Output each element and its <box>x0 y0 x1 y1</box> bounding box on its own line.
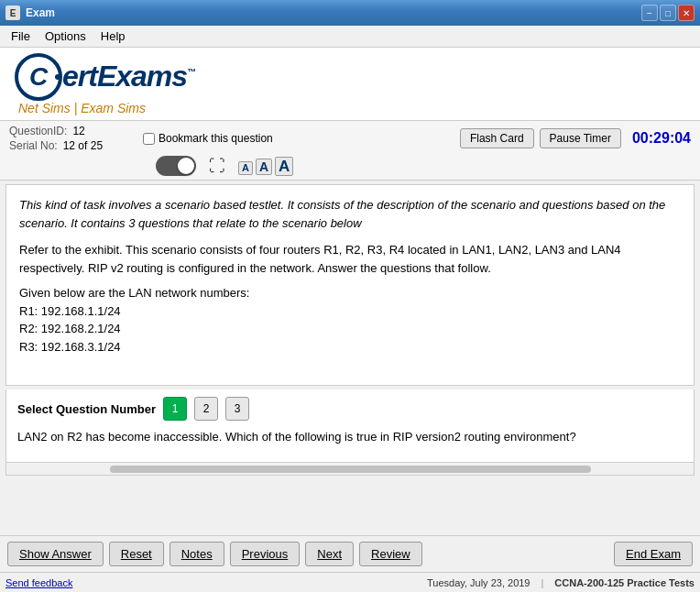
next-button[interactable]: Next <box>305 542 354 566</box>
select-question-label: Select Question Number <box>17 402 156 416</box>
logo-circle: C <box>15 53 62 101</box>
logo-container: C ertExams™ Net Sims | Exam Sims <box>15 53 195 115</box>
notes-button[interactable]: Notes <box>170 542 224 566</box>
r3-info: R3: 192.168.3.1/24 <box>19 338 681 356</box>
toggle-switch[interactable] <box>156 156 196 176</box>
menu-help[interactable]: Help <box>93 27 133 45</box>
logo-brand-name: ertExams™ <box>62 60 195 93</box>
exam-name: CCNA-200-125 Practice Tests <box>554 577 695 588</box>
logo-area: C ertExams™ Net Sims | Exam Sims <box>0 48 700 121</box>
menu-options[interactable]: Options <box>38 27 93 45</box>
select-question-header: Select Question Number 1 2 3 <box>17 397 683 421</box>
question-number-3[interactable]: 3 <box>225 397 249 421</box>
font-large-button[interactable]: A <box>275 157 293 176</box>
h-scroll-area[interactable] <box>5 463 695 476</box>
r2-info: R2: 192.168.2.1/24 <box>19 320 681 338</box>
logo-top: C ertExams™ <box>15 53 195 101</box>
flash-card-button[interactable]: Flash Card <box>460 128 534 148</box>
bookmark-checkbox[interactable] <box>143 133 155 145</box>
toolbar-row2: ⛶ A A A <box>156 156 691 176</box>
close-button[interactable]: ✕ <box>678 5 695 21</box>
serial-no-value: 12 of 25 <box>63 139 103 152</box>
toolbar-combined: QuestionID: 12 Serial No: 12 of 25 Bookm… <box>0 121 700 181</box>
menu-bar: File Options Help <box>0 26 700 48</box>
window-controls: − □ ✕ <box>641 5 695 21</box>
toolbar-row1: QuestionID: 12 Serial No: 12 of 25 Bookm… <box>9 125 691 152</box>
show-answer-button[interactable]: Show Answer <box>7 542 104 566</box>
h-scrollbar[interactable] <box>110 466 591 473</box>
send-feedback-link[interactable]: Send feedback <box>5 577 72 588</box>
review-button[interactable]: Review <box>359 542 422 566</box>
status-date: Tuesday, July 23, 2019 <box>427 577 530 588</box>
menu-file[interactable]: File <box>4 27 38 45</box>
question-id-value: 12 <box>72 125 84 137</box>
pause-timer-button[interactable]: Pause Timer <box>540 128 621 148</box>
serial-no-label: Serial No: <box>9 139 58 152</box>
question-id-row: QuestionID: 12 <box>9 125 128 137</box>
serial-no-row: Serial No: 12 of 25 <box>9 139 128 152</box>
timer-display: 00:29:04 <box>632 130 691 147</box>
fullscreen-icon[interactable]: ⛶ <box>209 157 225 176</box>
font-medium-button[interactable]: A <box>256 159 272 175</box>
end-exam-button[interactable]: End Exam <box>614 542 693 566</box>
window-title: Exam <box>26 6 636 19</box>
question-body: LAN2 on R2 has become inaccessible. Whic… <box>17 428 683 446</box>
question-text-1: Refer to the exhibit. This scenario cons… <box>19 241 681 277</box>
font-small-button[interactable]: A <box>238 161 253 175</box>
select-question-area: Select Question Number 1 2 3 LAN2 on R2 … <box>5 389 695 463</box>
previous-button[interactable]: Previous <box>230 542 301 566</box>
logo-subtitle: Net Sims | Exam Sims <box>18 101 195 115</box>
network-info: Given below are the LAN network numbers:… <box>19 284 681 356</box>
content-area: This kind of task involves a scenario ba… <box>5 184 695 386</box>
network-info-header: Given below are the LAN network numbers: <box>19 284 681 302</box>
font-size-controls: A A A <box>238 157 293 176</box>
bookmark-label: Bookmark this question <box>159 132 273 145</box>
title-bar: E Exam − □ ✕ <box>0 0 700 26</box>
reset-button[interactable]: Reset <box>109 542 164 566</box>
r1-info: R1: 192.168.1.1/24 <box>19 302 681 321</box>
scenario-text: This kind of task involves a scenario ba… <box>19 196 681 232</box>
bookmark-area: Bookmark this question <box>143 132 273 145</box>
question-info: QuestionID: 12 Serial No: 12 of 25 <box>9 125 128 152</box>
question-id-label: QuestionID: <box>9 125 67 137</box>
minimize-button[interactable]: − <box>641 5 658 21</box>
bottom-bar: Show Answer Reset Notes Previous Next Re… <box>0 535 700 572</box>
question-number-2[interactable]: 2 <box>194 397 218 421</box>
status-bar: Send feedback Tuesday, July 23, 2019 | C… <box>0 572 700 592</box>
toggle-knob <box>178 158 194 174</box>
app-icon: E <box>5 5 20 20</box>
question-number-1[interactable]: 1 <box>163 397 187 421</box>
maximize-button[interactable]: □ <box>660 5 676 21</box>
